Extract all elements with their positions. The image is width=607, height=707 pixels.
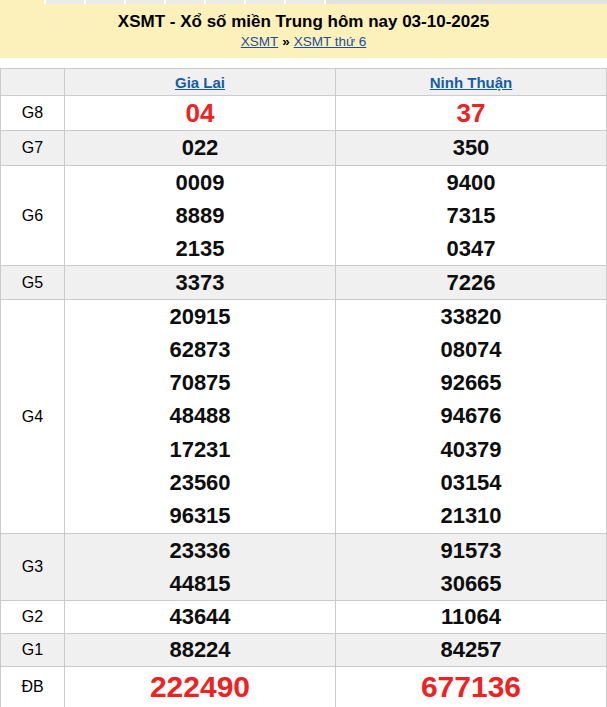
- cell-db-ninh-thuan: 677136: [336, 667, 606, 707]
- browser-tab-strip: [0, 0, 607, 4]
- cell-g2-gia-lai: 43644: [65, 601, 336, 633]
- result-number: 43644: [169, 606, 230, 628]
- prize-column-header: [1, 69, 65, 95]
- column-link-ninh-thuan[interactable]: Ninh Thuận: [430, 74, 513, 91]
- result-number: 48488: [169, 405, 230, 427]
- cell-g2-ninh-thuan: 11064: [336, 601, 606, 633]
- cell-g8-ninh-thuan: 37: [336, 96, 606, 130]
- result-number: 96315: [169, 505, 230, 527]
- prize-label-g5: G5: [1, 266, 65, 299]
- result-number: 88224: [169, 639, 230, 661]
- prize-label-g6: G6: [1, 166, 65, 265]
- result-number-jackpot: 222490: [150, 672, 250, 702]
- cell-g1-gia-lai: 88224: [65, 634, 336, 666]
- result-number: 7315: [447, 205, 496, 227]
- breadcrumb: XSMT»XSMT thứ 6: [0, 34, 607, 49]
- result-number: 17231: [169, 439, 230, 461]
- result-number-jackpot: 677136: [421, 672, 521, 702]
- result-number: 0009: [176, 172, 225, 194]
- tab-top: [166, 0, 204, 4]
- tab-top: [246, 0, 284, 4]
- result-number: 84257: [440, 639, 501, 661]
- result-number: 23560: [169, 472, 230, 494]
- result-number: 33820: [440, 306, 501, 328]
- cell-g3-gia-lai: 23336 44815: [65, 534, 336, 600]
- result-number: 20915: [169, 306, 230, 328]
- result-number: 8889: [176, 205, 225, 227]
- result-number: 91573: [440, 540, 501, 562]
- prize-label-g3: G3: [1, 534, 65, 600]
- result-number: 08074: [440, 339, 501, 361]
- table-row-g8: G8 04 37: [1, 96, 606, 131]
- tab-bar-empty-area: [326, 0, 607, 4]
- tab-top-active: [0, 0, 44, 4]
- result-number: 04: [186, 100, 215, 126]
- result-number: 44815: [169, 573, 230, 595]
- table-row-g2: G2 43644 11064: [1, 601, 606, 634]
- cell-g4-gia-lai: 20915 62873 70875 48488 17231 23560 9631…: [65, 300, 336, 533]
- header-cell-gia-lai: Gia Lai: [65, 69, 336, 95]
- result-number: 0347: [447, 238, 496, 260]
- page-title: XSMT - Xổ số miền Trung hôm nay 03-10-20…: [0, 13, 607, 32]
- tab-top: [126, 0, 164, 4]
- result-number: 37: [457, 100, 486, 126]
- prize-label-g7: G7: [1, 131, 65, 165]
- result-number: 92665: [440, 372, 501, 394]
- cell-g6-ninh-thuan: 9400 7315 0347: [336, 166, 606, 265]
- result-number: 022: [182, 137, 219, 159]
- result-number: 21310: [440, 505, 501, 527]
- cell-g3-ninh-thuan: 91573 30665: [336, 534, 606, 600]
- prize-label-g2: G2: [1, 601, 65, 633]
- prize-label-g4: G4: [1, 300, 65, 533]
- result-number: 62873: [169, 339, 230, 361]
- result-number: 70875: [169, 372, 230, 394]
- table-row-g1: G1 88224 84257: [1, 634, 606, 667]
- prize-label-db: ĐB: [1, 667, 65, 707]
- breadcrumb-separator: »: [282, 34, 290, 49]
- lottery-results-table: Gia Lai Ninh Thuận G8 04 37 G7 022 350 G…: [0, 68, 607, 707]
- tab-top: [206, 0, 244, 4]
- cell-g8-gia-lai: 04: [65, 96, 336, 130]
- prize-label-g8: G8: [1, 96, 65, 130]
- breadcrumb-link-xsmt[interactable]: XSMT: [241, 34, 279, 49]
- table-row-g6: G6 0009 8889 2135 9400 7315 0347: [1, 166, 606, 266]
- result-number: 7226: [447, 272, 496, 294]
- table-row-g7: G7 022 350: [1, 131, 606, 166]
- cell-g7-ninh-thuan: 350: [336, 131, 606, 165]
- tab-top: [46, 0, 84, 4]
- result-number: 11064: [441, 606, 501, 628]
- cell-g1-ninh-thuan: 84257: [336, 634, 606, 666]
- table-row-g3: G3 23336 44815 91573 30665: [1, 534, 606, 601]
- tab-top: [86, 0, 124, 4]
- tab-top: [286, 0, 324, 4]
- table-row-g5: G5 3373 7226: [1, 266, 606, 300]
- result-number: 94676: [440, 405, 501, 427]
- result-number: 2135: [176, 238, 225, 260]
- cell-g7-gia-lai: 022: [65, 131, 336, 165]
- result-number: 350: [453, 137, 490, 159]
- cell-g5-gia-lai: 3373: [65, 266, 336, 299]
- page-header: XSMT - Xổ số miền Trung hôm nay 03-10-20…: [0, 4, 607, 58]
- result-number: 30665: [440, 573, 501, 595]
- result-number: 40379: [440, 439, 501, 461]
- prize-label-g1: G1: [1, 634, 65, 666]
- result-number: 3373: [176, 272, 225, 294]
- result-number: 23336: [169, 540, 230, 562]
- column-link-gia-lai[interactable]: Gia Lai: [175, 74, 225, 91]
- table-header-row: Gia Lai Ninh Thuận: [1, 69, 606, 96]
- table-row-g4: G4 20915 62873 70875 48488 17231 23560 9…: [1, 300, 606, 534]
- breadcrumb-link-xsmt-thu-6[interactable]: XSMT thứ 6: [294, 34, 367, 49]
- cell-db-gia-lai: 222490: [65, 667, 336, 707]
- cell-g4-ninh-thuan: 33820 08074 92665 94676 40379 03154 2131…: [336, 300, 606, 533]
- header-cell-ninh-thuan: Ninh Thuận: [336, 69, 606, 95]
- cell-g6-gia-lai: 0009 8889 2135: [65, 166, 336, 265]
- result-number: 03154: [440, 472, 501, 494]
- result-number: 9400: [447, 172, 496, 194]
- cell-g5-ninh-thuan: 7226: [336, 266, 606, 299]
- table-row-db: ĐB 222490 677136: [1, 667, 606, 707]
